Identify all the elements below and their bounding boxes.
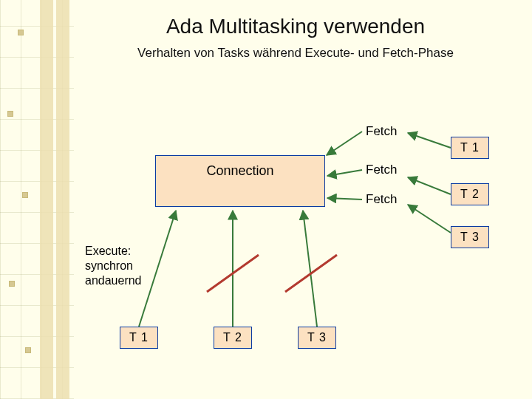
slide-root: Ada Multitasking verwenden Verhalten von… (0, 0, 532, 399)
task-right-t3: T 3 (451, 226, 489, 248)
slide-title: Ada Multitasking verwenden (89, 15, 502, 38)
exec-line1: Execute: (85, 245, 131, 257)
task-label: T 1 (129, 331, 149, 344)
task-label: T 2 (460, 188, 480, 201)
task-label: T 2 (223, 331, 242, 344)
task-label: T 1 (460, 141, 480, 154)
blocked-slash-t3 (285, 255, 337, 292)
arrow-t1-to-fetch (408, 133, 451, 148)
arrow-fetch1-to-conn (327, 132, 362, 155)
blocked-slash-t2 (207, 255, 259, 292)
execute-caption: Execute: synchron andauernd (85, 244, 142, 288)
connection-label: Connection (206, 163, 273, 179)
task-label: T 3 (460, 231, 480, 244)
arrow-t2-to-fetch (408, 177, 451, 194)
fetch-label-1: Fetch (366, 124, 398, 139)
arrow-fetch3-to-conn (327, 198, 362, 200)
exec-line3: andauernd (85, 274, 142, 287)
slide-subtitle: Verhalten von Tasks während Execute- und… (89, 46, 502, 61)
arrow-exec-t1 (139, 211, 176, 327)
task-bottom-t1: T 1 (120, 327, 158, 349)
task-right-t1: T 1 (451, 137, 489, 159)
exec-line2: synchron (85, 259, 133, 272)
arrow-exec-t3 (303, 211, 317, 327)
connection-box: Connection (155, 155, 325, 207)
arrow-t3-to-fetch (408, 205, 451, 233)
left-pattern (0, 0, 74, 399)
task-bottom-t2: T 2 (214, 327, 252, 349)
task-bottom-t3: T 3 (298, 327, 336, 349)
arrow-fetch2-to-conn (327, 170, 362, 176)
task-right-t2: T 2 (451, 183, 489, 205)
fetch-label-3: Fetch (366, 192, 398, 207)
fetch-label-2: Fetch (366, 163, 398, 177)
task-label: T 3 (307, 331, 327, 344)
